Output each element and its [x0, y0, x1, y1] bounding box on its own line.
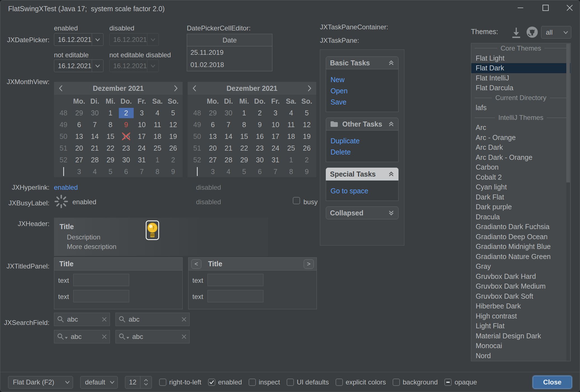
- calendar-day[interactable]: 12: [165, 119, 181, 130]
- calendar-day[interactable]: 25: [150, 142, 165, 154]
- calendar-day[interactable]: 27: [71, 154, 87, 166]
- theme-switcher-combo[interactable]: Flat Dark (F2): [8, 376, 73, 389]
- minimize-button[interactable]: [514, 2, 527, 15]
- calendar-day[interactable]: 24: [268, 142, 283, 154]
- titled-panel-prev-button[interactable]: <: [191, 259, 201, 269]
- calendar-day[interactable]: 9: [299, 166, 315, 177]
- scrollbar-thumb[interactable]: [566, 44, 570, 182]
- task-link[interactable]: Save: [331, 98, 398, 106]
- calendar-day[interactable]: 29: [71, 107, 87, 119]
- theme-list-item[interactable]: Hiberbee Dark: [471, 301, 570, 311]
- calendar-next-button[interactable]: [174, 85, 178, 92]
- calendar-day[interactable]: 11: [150, 119, 165, 130]
- calendar-day[interactable]: 15: [236, 130, 252, 142]
- calendar-prev-button[interactable]: [192, 85, 197, 92]
- calendar-day[interactable]: 23: [118, 142, 134, 154]
- close-button-titlebar[interactable]: [563, 2, 576, 15]
- explicit-colors-checkbox[interactable]: [336, 379, 343, 386]
- calendar-day[interactable]: 3: [134, 107, 150, 119]
- task-group-header[interactable]: Collapsed: [326, 206, 399, 219]
- calendar-day[interactable]: 2: [252, 107, 268, 119]
- calendar-day[interactable]: 24: [134, 142, 150, 154]
- maximize-button[interactable]: [539, 2, 552, 15]
- calendar-day[interactable]: 18: [150, 130, 165, 142]
- calendar-day[interactable]: 4: [283, 107, 299, 119]
- theme-list-item[interactable]: Gradianto Midnight Blue: [471, 242, 570, 252]
- calendar-day[interactable]: 1: [103, 107, 118, 119]
- enabled-checkbox[interactable]: [208, 379, 215, 386]
- calendar-day[interactable]: 23: [252, 142, 268, 154]
- calendar-day[interactable]: 8: [150, 166, 165, 177]
- clear-icon[interactable]: [102, 334, 107, 339]
- task-group-header[interactable]: Special Tasks: [326, 168, 399, 180]
- background-checkbox[interactable]: [393, 379, 400, 386]
- search-field[interactable]: abc: [115, 330, 190, 343]
- task-link[interactable]: New: [331, 75, 398, 84]
- search-icon[interactable]: [57, 333, 68, 340]
- clear-icon[interactable]: [102, 317, 107, 322]
- theme-list-item[interactable]: Nord: [471, 351, 570, 361]
- calendar-day[interactable]: 26: [165, 142, 181, 154]
- calendar-prev-button[interactable]: [58, 85, 63, 92]
- right-to-left-checkbox[interactable]: [159, 379, 166, 386]
- busy-checkbox[interactable]: [293, 197, 300, 204]
- search-field[interactable]: abc: [54, 313, 110, 326]
- calendar-next-button[interactable]: [307, 85, 312, 92]
- text-input[interactable]: [208, 274, 263, 286]
- calendar-day[interactable]: 9: [252, 119, 268, 130]
- theme-list-item[interactable]: Monocai: [471, 341, 570, 351]
- theme-list-item[interactable]: Arc Dark - Orange: [471, 153, 570, 163]
- theme-list-item[interactable]: Dark purple: [471, 202, 570, 212]
- theme-list-item[interactable]: Arc Dark: [471, 142, 570, 153]
- calendar-day[interactable]: 10: [268, 119, 283, 130]
- double-chevron-up-icon[interactable]: [388, 171, 394, 177]
- calendar-day[interactable]: 3: [205, 166, 221, 177]
- task-link[interactable]: Duplicate: [331, 137, 398, 145]
- theme-list-item[interactable]: Flat Light: [471, 53, 570, 63]
- calendar-day[interactable]: 5: [299, 107, 315, 119]
- theme-list-item[interactable]: Dracula: [471, 212, 570, 222]
- calendar-day[interactable]: 19: [165, 130, 181, 142]
- calendar-day[interactable]: 8: [236, 119, 252, 130]
- theme-list-item[interactable]: Carbon: [471, 162, 570, 172]
- calendar-day[interactable]: 11: [283, 119, 299, 130]
- calendar-day[interactable]: 16: [252, 130, 268, 142]
- calendar-day[interactable]: 7: [221, 119, 236, 130]
- double-chevron-up-icon[interactable]: [388, 121, 394, 127]
- calendar-day[interactable]: 6: [118, 166, 134, 177]
- calendar-day[interactable]: 2: [299, 154, 315, 166]
- font-combo[interactable]: default: [80, 376, 118, 389]
- theme-list-item[interactable]: Cyan light: [471, 182, 570, 192]
- calendar-day[interactable]: 1: [283, 154, 299, 166]
- theme-list-item[interactable]: Flat Dark: [471, 63, 570, 73]
- search-field-value[interactable]: abc: [71, 333, 102, 341]
- theme-list-item[interactable]: Gruvbox Dark Hard: [471, 272, 570, 282]
- text-input[interactable]: [208, 290, 263, 302]
- theme-list-item[interactable]: Gruvbox Dark Medium: [471, 281, 570, 291]
- theme-list-item[interactable]: Dark Flat: [471, 192, 570, 202]
- text-input[interactable]: [73, 290, 129, 302]
- font-size-spinner[interactable]: 12: [125, 376, 152, 389]
- calendar-day[interactable]: 9: [118, 119, 134, 130]
- spinner-buttons[interactable]: [140, 376, 152, 388]
- search-field[interactable]: abc: [115, 313, 190, 326]
- calendar-day[interactable]: 25: [283, 142, 299, 154]
- calendar-day[interactable]: 29: [205, 107, 221, 119]
- calendar-day[interactable]: 22: [236, 142, 252, 154]
- clear-icon[interactable]: [181, 317, 187, 322]
- theme-list-item[interactable]: lafs: [471, 103, 570, 113]
- calendar-day[interactable]: 16: [118, 130, 134, 142]
- task-link[interactable]: Go to space: [331, 187, 398, 195]
- calendar-day[interactable]: 14: [87, 130, 103, 142]
- calendar-day[interactable]: 1: [150, 154, 165, 166]
- calendar-day[interactable]: 18: [283, 130, 299, 142]
- table-row[interactable]: 25.11.2019: [187, 46, 272, 59]
- calendar-day[interactable]: 30: [118, 154, 134, 166]
- calendar-day[interactable]: 28: [87, 154, 103, 166]
- date-picker-value[interactable]: 16.12.2021: [54, 34, 92, 46]
- theme-list-item[interactable]: Material Design Dark: [471, 331, 570, 341]
- calendar-day[interactable]: 6: [252, 166, 268, 177]
- calendar-day[interactable]: 31: [134, 154, 150, 166]
- titled-panel-next-button[interactable]: >: [304, 259, 314, 269]
- theme-list-item[interactable]: Gruvbox Dark Soft: [471, 291, 570, 301]
